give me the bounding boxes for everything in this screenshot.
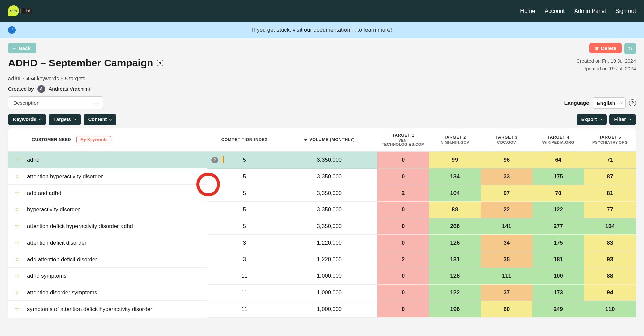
volume-value: 3,350,000	[281, 201, 377, 218]
keywords-dropdown[interactable]: Keywords	[8, 114, 46, 125]
col-target-3[interactable]: TARGET 3CDC.GOV	[481, 128, 533, 152]
logo[interactable]: ven adhd	[8, 5, 32, 16]
keyword-text: adhd	[27, 157, 40, 163]
star-icon[interactable]: ☆	[14, 206, 20, 213]
banner-suffix: to learn more!	[357, 27, 392, 33]
table-row[interactable]: ☆attention disorder symptoms111,000,0000…	[8, 284, 636, 301]
target-value: 104	[429, 185, 481, 201]
chevron-down-icon	[109, 117, 112, 121]
table-row[interactable]: ☆hyperactivity disorder53,350,0000882212…	[8, 201, 636, 218]
chevron-down-icon	[628, 117, 632, 121]
volume-value: 1,220,000	[281, 251, 377, 268]
nav-links: Home Account Admin Panel Sign out	[520, 8, 636, 14]
nav-home[interactable]: Home	[520, 8, 535, 14]
table-row[interactable]: ☆symptoms of attention deficit hyperacti…	[8, 301, 636, 317]
star-icon[interactable]: ☆	[14, 173, 20, 180]
table-row[interactable]: ☆attention deficit disorder31,220,000012…	[8, 234, 636, 251]
star-icon[interactable]: ☆	[14, 222, 20, 230]
delete-button[interactable]: Delete	[589, 43, 622, 53]
target-value: 0	[377, 168, 429, 185]
col-target-1[interactable]: TARGET 1VEN-TECHNOLOGIES.COM	[377, 128, 429, 152]
star-icon[interactable]: ☆	[14, 189, 20, 197]
volume-value: 1,000,000	[281, 284, 377, 301]
ci-value: 11	[207, 268, 281, 284]
target-value: 249	[532, 301, 584, 317]
targets-dropdown[interactable]: Targets	[49, 114, 81, 125]
col-customer-need[interactable]: CUSTOMER NEEDMy Keywords	[8, 128, 207, 152]
target-value: 99	[429, 152, 481, 169]
col-volume[interactable]: VOLUME (MONTHLY)	[281, 128, 377, 152]
created-date: Created on Fri, 19 Jul 2024	[576, 57, 636, 65]
refresh-button[interactable]	[624, 43, 636, 54]
target-value: 175	[532, 234, 584, 251]
description-select[interactable]: Description	[8, 96, 103, 109]
star-icon[interactable]: ☆	[14, 289, 20, 296]
back-button[interactable]: ←Back	[8, 43, 36, 53]
banner-doc-link[interactable]: our documentation	[304, 27, 350, 33]
col-competition-index[interactable]: COMPETITION INDEX	[207, 128, 281, 152]
my-keywords-badge[interactable]: My Keywords	[76, 136, 111, 143]
language-label: Language	[564, 100, 589, 106]
volume-value: 1,000,000	[281, 301, 377, 317]
chevron-down-icon	[599, 117, 602, 121]
volume-value: 3,350,000	[281, 185, 377, 201]
target-value: 70	[532, 185, 584, 201]
ci-value: 11	[207, 284, 281, 301]
content-dropdown[interactable]: Content	[84, 114, 117, 125]
nav-admin[interactable]: Admin Panel	[574, 8, 606, 14]
target-value: 0	[377, 201, 429, 218]
keyword-text: hyperactivity disorder	[27, 206, 80, 213]
filter-dropdown[interactable]: Filter	[609, 114, 636, 125]
table-row[interactable]: ☆add attention deficit disorder31,220,00…	[8, 251, 636, 268]
target-value: 97	[481, 185, 533, 201]
nav-signout[interactable]: Sign out	[615, 8, 636, 14]
col-target-4[interactable]: TARGET 4WIKIPEDIA.ORG	[532, 128, 584, 152]
page-title: ADHD – September Campaign ✎	[8, 57, 163, 69]
desc-row: Description Language English ?	[0, 93, 644, 114]
target-value: 71	[584, 152, 636, 169]
volume-value: 1,220,000	[281, 234, 377, 251]
table-row[interactable]: ☆attention hyperactivity disorder53,350,…	[8, 168, 636, 185]
language-select[interactable]: English	[593, 97, 626, 109]
target-value: 100	[532, 268, 584, 284]
info-banner: i If you get stuck, visit our documentat…	[0, 22, 644, 38]
target-value: 173	[532, 284, 584, 301]
target-value: 88	[429, 201, 481, 218]
topbar: ven adhd Home Account Admin Panel Sign o…	[0, 0, 644, 22]
target-value: 111	[481, 268, 533, 284]
keywords-table: CUSTOMER NEEDMy Keywords COMPETITION IND…	[8, 128, 636, 318]
campaign-meta: Created on Fri, 19 Jul 2024 Updated on 1…	[576, 57, 636, 73]
table-row[interactable]: ☆add and adhd53,350,0002104977081	[8, 185, 636, 201]
target-value: 35	[481, 251, 533, 268]
table-row[interactable]: ☆adhd?53,350,000099966471	[8, 152, 636, 169]
target-value: 2	[377, 251, 429, 268]
edit-icon[interactable]: ✎	[157, 60, 163, 66]
chevron-down-icon	[39, 117, 42, 121]
target-value: 81	[584, 185, 636, 201]
col-target-2[interactable]: TARGET 2NIMH.NIH.GOV	[429, 128, 481, 152]
target-value: 141	[481, 218, 533, 234]
nav-account[interactable]: Account	[545, 8, 565, 14]
star-icon[interactable]: ☆	[14, 239, 20, 246]
author: Created by A Andreas Vrachimi	[8, 85, 636, 93]
star-icon[interactable]: ☆	[14, 255, 20, 263]
table-row[interactable]: ☆attention deficit hyperactivity disorde…	[8, 218, 636, 234]
target-value: 34	[481, 234, 533, 251]
toolbar: ←Back Delete	[0, 38, 644, 54]
keyword-text: attention hyperactivity disorder	[27, 173, 103, 180]
star-icon[interactable]: ☆	[14, 305, 20, 313]
keyword-text: symptoms of attention deficit hyperactiv…	[27, 306, 152, 312]
export-dropdown[interactable]: Export	[577, 114, 607, 125]
target-value: 175	[532, 168, 584, 185]
subtitle: adhd•454 keywords•5 targets	[8, 75, 636, 82]
col-target-5[interactable]: TARGET 5PSYCHIATRY.ORG	[584, 128, 636, 152]
help-icon[interactable]: ?	[629, 99, 636, 106]
filter-row: Keywords Targets Content Export Filter	[0, 114, 644, 128]
ci-value: 11	[207, 301, 281, 317]
star-icon[interactable]: ☆	[14, 272, 20, 279]
target-value: 181	[532, 251, 584, 268]
table-row[interactable]: ☆adhd symptoms111,000,000012811110088	[8, 268, 636, 284]
target-value: 88	[584, 268, 636, 284]
target-value: 64	[532, 152, 584, 169]
star-icon[interactable]: ☆	[14, 156, 20, 163]
